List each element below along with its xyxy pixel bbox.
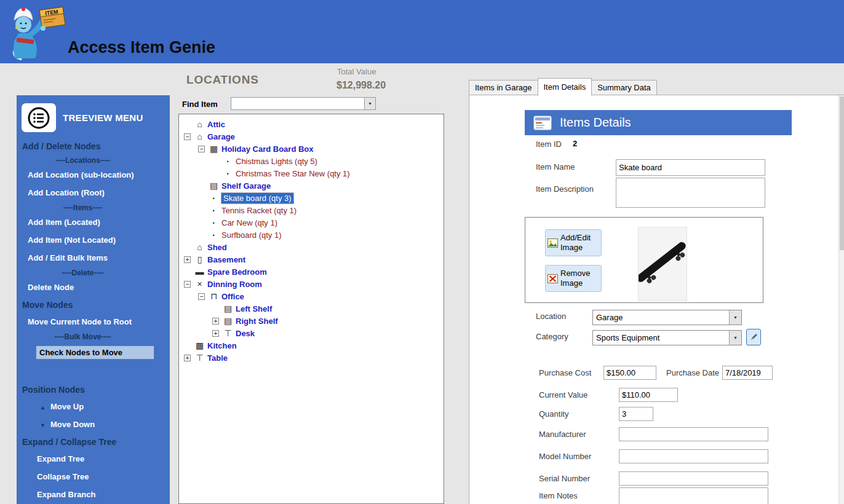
table-icon: ⊤ — [194, 353, 205, 363]
sidebar-item-expand-branch[interactable]: Expand Branch — [17, 486, 170, 503]
purchase-cost-input[interactable] — [603, 366, 656, 380]
manufacturer-label: Manufacturer — [539, 430, 586, 439]
tab-items-in-garage[interactable]: Items in Garage — [469, 80, 538, 95]
item-name-input[interactable] — [616, 159, 765, 176]
sidebar-item-move-down[interactable]: ▼Move Down — [17, 415, 170, 433]
sidebar-entry-label: Expand Tree — [37, 454, 84, 463]
sidebar-separator-locations: ----Locations---- — [17, 154, 149, 166]
vertical-scrollbar[interactable] — [838, 95, 844, 504]
tree-node-shed[interactable]: ⌂Shed — [179, 241, 444, 253]
purchase-date-input[interactable] — [722, 366, 773, 380]
find-item-combo[interactable]: ▼ — [231, 97, 376, 110]
model-number-input[interactable] — [619, 449, 768, 463]
location-combo[interactable]: Garage ▼ — [592, 310, 742, 325]
quantity-input[interactable] — [619, 407, 653, 421]
sidebar-item-add-edit-bulk-items[interactable]: Add / Edit Bulk Items — [17, 249, 170, 267]
treeview-menu-icon — [22, 103, 56, 132]
tab-item-details[interactable]: Item Details — [538, 78, 592, 96]
tree-node-basement[interactable]: +▯Basement — [179, 253, 444, 266]
total-value-label: Total Value — [337, 67, 376, 76]
find-item-input[interactable] — [231, 98, 364, 109]
tree-node-label: Dinning Room — [207, 280, 262, 289]
purchase-cost-label: Purchase Cost — [539, 368, 591, 377]
remove-picture-icon — [547, 274, 558, 283]
tree-node-table[interactable]: +⊤Table — [179, 352, 444, 364]
collapse-expander-icon[interactable]: − — [198, 293, 205, 300]
tab-summary-data[interactable]: Summary Data — [591, 80, 657, 95]
tree-node-label: Car New (qty 1) — [221, 218, 277, 227]
item-description-input[interactable] — [616, 178, 765, 208]
sidebar-menu: Add / Delete Nodes----Locations----Add L… — [17, 138, 170, 504]
dropdown-arrow-icon[interactable]: ▼ — [729, 310, 741, 325]
item-id-value: 2 — [573, 139, 577, 148]
tree-node-dinning-room[interactable]: −×Dinning Room — [179, 278, 444, 290]
sidebar-entry-label: Delete Node — [28, 283, 74, 292]
sidebar-item-add-item-not-located[interactable]: Add Item (Not Located) — [17, 231, 170, 249]
tree-node-office[interactable]: −⊓Office — [179, 290, 444, 302]
sidebar-entry-label: ----Locations---- — [55, 156, 110, 165]
treeview-menu-header: TREEVIEW MENU — [17, 95, 170, 138]
tree-node-kitchen[interactable]: ▩Kitchen — [179, 339, 444, 352]
tree-node-label: Left Shelf — [236, 304, 272, 313]
sidebar-entry-label: Collapse Tree — [37, 472, 89, 481]
edit-category-button[interactable] — [746, 329, 761, 345]
sidebar-item-collapse-tree[interactable]: Collapse Tree — [17, 468, 170, 486]
sidebar-item-add-location-sub-location[interactable]: Add Location (sub-location) — [17, 166, 170, 184]
category-value: Sports Equipment — [593, 333, 729, 342]
sidebar-item-move-up[interactable]: ▲Move Up — [17, 398, 170, 415]
expand-expander-icon[interactable]: + — [184, 355, 191, 361]
serial-number-input[interactable] — [619, 471, 768, 486]
dropdown-arrow-icon[interactable]: ▼ — [729, 331, 741, 345]
app-window: { "header": { "title": "Access Item Geni… — [0, 0, 844, 504]
tree-node-shelf-garage[interactable]: ▤Shelf Garage — [179, 179, 444, 192]
manufacturer-input[interactable] — [619, 427, 768, 441]
tree-node-garage[interactable]: −⌂Garage — [179, 130, 444, 143]
location-value: Garage — [593, 313, 729, 322]
sidebar-item-add-location-root[interactable]: Add Location (Root) — [17, 184, 170, 202]
sidebar-item-expand-tree[interactable]: Expand Tree — [17, 450, 170, 468]
tree-node-attic[interactable]: ⌂Attic — [179, 118, 444, 130]
tree-node-chistmas-lights-qty-5[interactable]: ▪Chistmas Lights (qty 5) — [179, 155, 444, 167]
sidebar-entry-label: Add / Delete Nodes — [22, 141, 101, 151]
item-details-tab-page: Items Details Item ID 2 Item Name Item D… — [469, 95, 844, 504]
sidebar-entry-label: Move Down — [50, 420, 95, 429]
purchase-date-label: Purchase Date — [666, 368, 719, 377]
expand-expander-icon[interactable]: + — [184, 256, 191, 263]
tree-node-desk[interactable]: +⊤Desk — [179, 327, 444, 339]
tree-node-label: Table — [207, 353, 228, 363]
office-icon: ⊓ — [209, 291, 219, 301]
scrollbar-thumb[interactable] — [840, 96, 844, 250]
locations-title: LOCATIONS — [186, 73, 259, 87]
item-notes-input[interactable] — [619, 487, 768, 504]
collapse-expander-icon[interactable]: − — [184, 133, 191, 140]
tree-node-holiday-card-board-box[interactable]: −▦Holiday Card Board Box — [179, 143, 444, 155]
expand-expander-icon[interactable]: + — [212, 318, 219, 325]
app-header: ITEM Access Item Genie — [0, 0, 844, 63]
tree-node-christmas-tree-star-new-qty-1[interactable]: ▪Christmas Tree Star New (qty 1) — [179, 167, 444, 179]
tree-node-right-shelf[interactable]: +▤Right Shelf — [179, 315, 444, 327]
app-title: Access Item Genie — [68, 38, 215, 57]
expand-expander-icon[interactable]: + — [212, 330, 219, 337]
current-value-input[interactable] — [619, 388, 678, 402]
tree-node-surfboard-qty-1[interactable]: ▪Surfboard (qty 1) — [179, 229, 444, 241]
sidebar-item-move-current-node-to-root[interactable]: Move Current Node to Root — [17, 313, 170, 331]
dropdown-arrow-icon[interactable]: ▼ — [364, 98, 375, 109]
collapse-expander-icon[interactable]: − — [184, 281, 191, 288]
tree-node-skate-board-qty-3[interactable]: ▪Skate board (qty 3) — [179, 192, 444, 204]
tree-node-label: Desk — [236, 329, 255, 338]
add-edit-image-button[interactable]: Add/Edit Image — [545, 229, 602, 256]
category-combo[interactable]: Sports Equipment ▼ — [592, 330, 742, 345]
bed-icon: ▬ — [194, 267, 205, 277]
sidebar-item-add-item-located[interactable]: Add Item (Located) — [17, 213, 170, 231]
remove-image-button[interactable]: Remove Image — [545, 265, 602, 292]
sidebar-button-check-nodes-to-move[interactable]: Check Nodes to Move — [36, 345, 154, 360]
kitchen-icon: ▩ — [194, 341, 205, 350]
tree-node-left-shelf[interactable]: ▤Left Shelf — [179, 302, 444, 315]
tree-node-tennis-racket-qty-1[interactable]: ▪Tennis Racket (qty 1) — [179, 204, 444, 216]
sidebar-entry-label: Add Location (sub-location) — [28, 170, 134, 179]
sidebar-item-delete-node[interactable]: Delete Node — [17, 278, 170, 296]
tree-node-car-new-qty-1[interactable]: ▪Car New (qty 1) — [179, 216, 444, 229]
collapse-expander-icon[interactable]: − — [198, 146, 205, 152]
tree-node-spare-bedroom[interactable]: ▬Spare Bedroom — [179, 266, 444, 278]
sidebar-entry-label: Move Current Node to Root — [28, 317, 132, 326]
